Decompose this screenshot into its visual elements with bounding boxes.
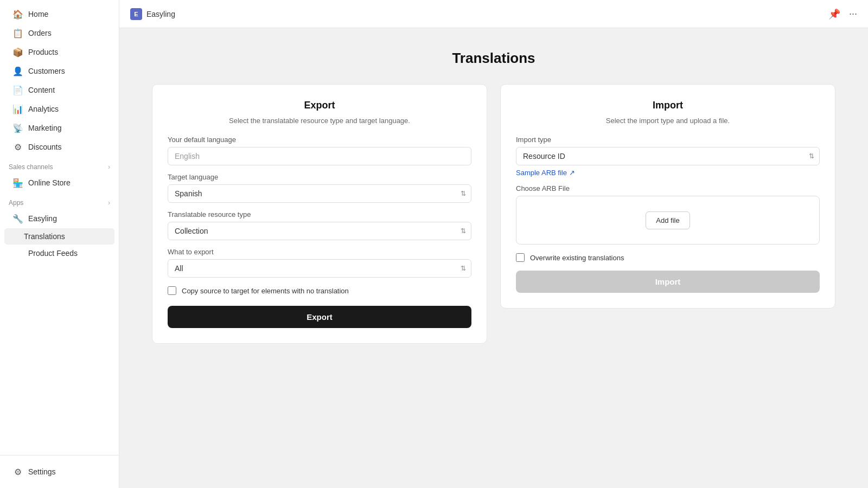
sidebar-item-label: Settings xyxy=(28,467,56,476)
analytics-icon: 📊 xyxy=(13,104,23,114)
sidebar-item-analytics[interactable]: 📊 Analytics xyxy=(4,100,114,118)
sidebar-item-label: Discounts xyxy=(28,143,61,151)
content-icon: 📄 xyxy=(13,85,23,95)
export-card-title: Export xyxy=(168,100,471,111)
topbar-app-name: E Easyling xyxy=(130,8,175,20)
file-drop-area[interactable]: Add file xyxy=(516,196,820,245)
page-title: Translations xyxy=(152,50,835,67)
sidebar-item-easyling[interactable]: 🔧 Easyling xyxy=(4,209,114,228)
settings-icon: ⚙ xyxy=(13,467,23,477)
add-file-button[interactable]: Add file xyxy=(646,211,690,229)
target-lang-label: Target language xyxy=(168,173,471,181)
import-card-title: Import xyxy=(516,100,820,111)
products-icon: 📦 xyxy=(13,47,23,57)
target-lang-select[interactable]: Spanish xyxy=(168,184,471,203)
main-area: E Easyling 📌 ··· Translations Export Sel… xyxy=(119,0,868,488)
what-to-export-label: What to export xyxy=(168,248,471,256)
customers-icon: 👤 xyxy=(13,66,23,76)
resource-type-select-wrapper: Collection xyxy=(168,222,471,240)
export-card-desc: Select the translatable resource type an… xyxy=(168,117,471,125)
sidebar-item-label: Marketing xyxy=(28,124,61,132)
sidebar-item-discounts[interactable]: ⚙ Discounts xyxy=(4,138,114,156)
import-button[interactable]: Import xyxy=(516,271,820,293)
discounts-icon: ⚙ xyxy=(13,142,23,152)
import-card: Import Select the import type and upload… xyxy=(500,84,835,309)
sidebar-item-content[interactable]: 📄 Content xyxy=(4,81,114,99)
sidebar-item-label: Orders xyxy=(28,29,52,37)
chevron-right-icon: › xyxy=(108,199,110,207)
sales-channels-section: Sales channels › xyxy=(0,157,119,173)
sidebar-item-label: Content xyxy=(28,86,55,94)
sidebar-item-marketing[interactable]: 📡 Marketing xyxy=(4,119,114,137)
sample-arb-link[interactable]: Sample ARB file ↗ xyxy=(516,169,575,177)
default-lang-input xyxy=(168,147,471,165)
export-button[interactable]: Export xyxy=(168,306,471,328)
topbar-actions: 📌 ··· xyxy=(828,8,857,20)
sidebar-item-settings[interactable]: ⚙ Settings xyxy=(4,463,114,481)
sidebar-sub-item-label: Product Feeds xyxy=(28,249,78,258)
marketing-icon: 📡 xyxy=(13,123,23,133)
sidebar-item-label: Products xyxy=(28,48,58,56)
sidebar-item-label: Analytics xyxy=(28,105,59,113)
export-card: Export Select the translatable resource … xyxy=(152,84,487,344)
external-link-icon: ↗ xyxy=(569,169,575,177)
sidebar-footer: ⚙ Settings xyxy=(0,455,119,488)
app-icon: E xyxy=(130,8,142,20)
overwrite-row: Overwrite existing translations xyxy=(516,253,820,262)
what-to-export-select-wrapper: All xyxy=(168,259,471,278)
sidebar-item-label: Online Store xyxy=(28,178,71,187)
sidebar: 🏠 Home 📋 Orders 📦 Products 👤 Customers 📄… xyxy=(0,0,119,488)
apps-section: Apps › xyxy=(0,192,119,209)
import-type-label: Import type xyxy=(516,136,820,144)
sidebar-item-label: Customers xyxy=(28,67,65,75)
default-lang-label: Your default language xyxy=(168,136,471,144)
easyling-icon: 🔧 xyxy=(13,214,23,223)
sidebar-nav: 🏠 Home 📋 Orders 📦 Products 👤 Customers 📄… xyxy=(0,0,119,455)
pin-icon[interactable]: 📌 xyxy=(828,8,840,20)
resource-type-select[interactable]: Collection xyxy=(168,222,471,240)
choose-file-label: Choose ARB File xyxy=(516,184,820,192)
copy-source-checkbox[interactable] xyxy=(168,286,176,295)
what-to-export-select[interactable]: All xyxy=(168,259,471,278)
import-card-desc: Select the import type and upload a file… xyxy=(516,117,820,125)
target-lang-select-wrapper: Spanish xyxy=(168,184,471,203)
sidebar-item-online-store[interactable]: 🏪 Online Store xyxy=(4,174,114,192)
resource-type-label: Translatable resource type xyxy=(168,210,471,219)
page-content: Translations Export Select the translata… xyxy=(119,28,868,365)
sidebar-item-product-feeds[interactable]: Product Feeds xyxy=(4,245,114,261)
app-name-label: Easyling xyxy=(146,10,175,18)
sample-arb-link-label: Sample ARB file xyxy=(516,169,567,177)
more-icon[interactable]: ··· xyxy=(849,8,857,20)
sidebar-item-label: Home xyxy=(28,10,48,18)
sales-channels-label: Sales channels xyxy=(9,163,53,171)
overwrite-label: Overwrite existing translations xyxy=(530,254,624,262)
sidebar-item-customers[interactable]: 👤 Customers xyxy=(4,62,114,80)
online-store-icon: 🏪 xyxy=(13,178,23,188)
chevron-right-icon: › xyxy=(108,163,110,171)
apps-label: Apps xyxy=(9,199,23,207)
home-icon: 🏠 xyxy=(13,9,23,19)
cards-row: Export Select the translatable resource … xyxy=(152,84,835,344)
sidebar-item-orders[interactable]: 📋 Orders xyxy=(4,24,114,42)
sidebar-item-label: Easyling xyxy=(28,214,57,223)
topbar: E Easyling 📌 ··· xyxy=(119,0,868,28)
sidebar-item-translations[interactable]: Translations xyxy=(4,228,114,245)
copy-source-row: Copy source to target for elements with … xyxy=(168,286,471,295)
import-type-select[interactable]: Resource ID xyxy=(516,147,820,165)
overwrite-checkbox[interactable] xyxy=(516,253,525,262)
sidebar-item-products[interactable]: 📦 Products xyxy=(4,43,114,61)
sidebar-item-home[interactable]: 🏠 Home xyxy=(4,5,114,23)
orders-icon: 📋 xyxy=(13,28,23,38)
copy-source-label: Copy source to target for elements with … xyxy=(182,287,349,295)
import-type-select-wrapper: Resource ID xyxy=(516,147,820,165)
sidebar-sub-item-label: Translations xyxy=(24,232,65,241)
